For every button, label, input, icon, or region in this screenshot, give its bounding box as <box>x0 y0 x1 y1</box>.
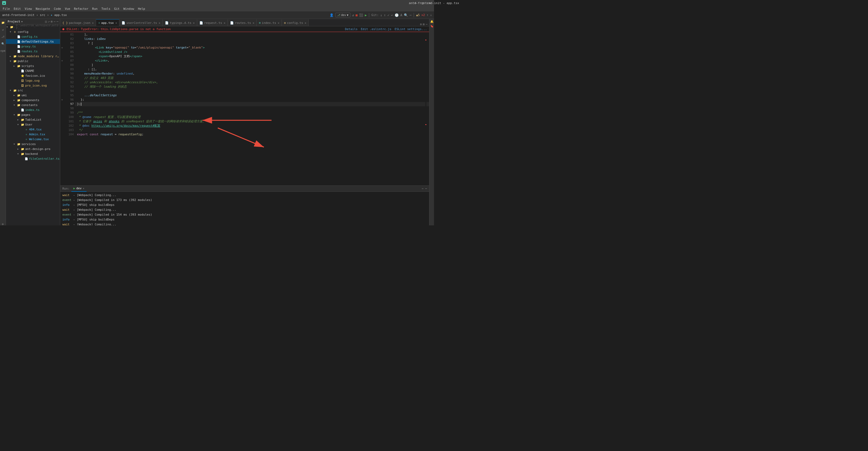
tree-item-public[interactable]: ▼ 📁 public <box>6 59 60 63</box>
run-tab-close[interactable]: ✕ <box>83 187 84 190</box>
scroll-down-icon[interactable]: ↓ <box>430 13 432 17</box>
new-file-icon[interactable]: ◫ <box>45 20 47 23</box>
tab-user-controller[interactable]: 📄 userController.ts ✕ <box>119 19 163 26</box>
activity-explorer[interactable]: 📁 <box>1 20 5 25</box>
fold-83[interactable] <box>60 41 64 45</box>
tree-item-user[interactable]: ▼ 📁 User <box>6 122 60 127</box>
close-sidebar-icon[interactable]: ─ <box>56 20 58 23</box>
error-settings-link[interactable]: ESLint settings... <box>395 27 427 31</box>
git-push-icon[interactable]: ↑ <box>384 13 386 17</box>
tab-close-index[interactable]: ✕ <box>278 22 279 24</box>
tree-item-config[interactable]: ▼ ⚙ config <box>6 29 60 34</box>
tab-index-ts[interactable]: ≡ index.ts ✕ <box>257 19 282 26</box>
tree-item-cname[interactable]: 📄 CNAME <box>6 68 60 73</box>
tree-item-proxy-ts[interactable]: 📄 proxy.ts <box>6 44 60 49</box>
tree-item-404[interactable]: ⚛ 404.tsx <box>6 127 60 132</box>
tree-item-file-controller[interactable]: 📄 fileController.ts <box>6 156 60 161</box>
code-editor[interactable]: ▼ ▼ ▼ <box>60 32 429 186</box>
fold-85[interactable] <box>60 50 64 54</box>
tree-item-scripts[interactable]: ▶ 📁 scripts <box>6 63 60 68</box>
fold-102[interactable] <box>60 124 64 128</box>
tab-close-routes[interactable]: ✕ <box>252 22 254 24</box>
user-icon[interactable]: 👤 <box>330 13 334 17</box>
tree-item-admin[interactable]: ⚛ Admin.tsx <box>6 132 60 137</box>
tree-item-routes-ts[interactable]: 📄 routes.ts <box>6 49 60 54</box>
git-history-icon[interactable]: 🕐 <box>395 13 399 17</box>
fold-94[interactable] <box>60 89 64 93</box>
fold-95[interactable] <box>60 93 64 98</box>
search-icon[interactable]: 🔍 <box>404 13 408 17</box>
tree-item-backend[interactable]: ▼ 📁 backend <box>6 151 60 156</box>
tree-item-favicon[interactable]: ⭐ favicon.ico <box>6 73 60 78</box>
fold-82[interactable] <box>60 37 64 41</box>
tab-close-app[interactable]: ✕ <box>115 22 117 24</box>
activity-branch[interactable]: ⎇ <box>1 34 5 39</box>
right-notifications-icon[interactable]: 🔔 <box>430 20 433 23</box>
tree-item-constants-index[interactable]: 📄 index.ts <box>6 107 60 112</box>
git-commit-icon[interactable]: ✓ <box>388 13 389 17</box>
tab-close-uc[interactable]: ✕ <box>159 22 160 24</box>
tree-item-ant-design-pro[interactable]: ▶ 📁 ant-design-pro <box>6 147 60 151</box>
right-bookmark-icon[interactable]: 🔖 <box>430 25 433 28</box>
error-details-link[interactable]: Details <box>345 27 358 31</box>
tab-request[interactable]: 📄 request.ts ✕ <box>197 19 228 26</box>
tab-settings-icon[interactable]: ⚙ <box>420 23 422 26</box>
run-tab-dev[interactable]: ▶ dev ✕ <box>71 186 87 192</box>
tree-item-default-settings[interactable]: 📄 defaultSettings.ts <box>6 39 60 44</box>
menu-view[interactable]: View <box>23 7 34 11</box>
activity-commit[interactable]: ↺ <box>1 27 5 32</box>
tree-item-root[interactable]: ▼ 📁 antd-frontend-init D:\webstrom_works… <box>6 24 60 29</box>
fold-98[interactable] <box>60 106 64 111</box>
scroll-up-icon[interactable]: ↑ <box>427 13 429 17</box>
fold-96[interactable]: ▼ <box>60 98 64 102</box>
fold-88[interactable] <box>60 63 64 67</box>
fold-90[interactable] <box>60 72 64 76</box>
menu-git[interactable]: Git <box>113 7 121 11</box>
tree-item-node-modules[interactable]: ▶ 📁 node_modules library root <box>6 54 60 59</box>
tab-close-package[interactable]: ✕ <box>92 22 94 24</box>
fold-92[interactable] <box>60 80 64 85</box>
build-icon[interactable]: ⬛ <box>359 13 363 17</box>
tree-item-pages[interactable]: ▼ 📁 pages <box>6 112 60 117</box>
tree-item-umi[interactable]: ▶ 📁 umi <box>6 93 60 98</box>
branch-button[interactable]: ⎇ dev ▼ <box>335 13 350 18</box>
tree-item-constants[interactable]: ▼ 📁 constants <box>6 102 60 107</box>
activity-search[interactable]: 🔍 <box>1 41 5 46</box>
tab-split-icon[interactable]: ⊞ <box>423 23 425 26</box>
tree-item-services[interactable]: ▼ 📁 services <box>6 141 60 147</box>
more-icon[interactable]: ⋯ <box>410 13 411 17</box>
tree-item-logo-svg[interactable]: 🖼 logo.svg <box>6 78 60 83</box>
menu-code[interactable]: Code <box>52 7 63 11</box>
collapse-icon[interactable]: ⊞ <box>51 20 53 23</box>
menu-file[interactable]: File <box>1 7 12 11</box>
tab-package-json[interactable]: { } package.json ✕ <box>60 19 96 26</box>
menu-edit[interactable]: Edit <box>12 7 23 11</box>
stop-icon[interactable]: ■ <box>355 13 358 17</box>
tab-close-typings[interactable]: ✕ <box>193 22 195 24</box>
fold-84[interactable]: ▼ <box>60 45 64 50</box>
fold-86[interactable] <box>60 54 64 59</box>
fold-97[interactable] <box>60 102 64 106</box>
fold-103[interactable] <box>60 128 64 132</box>
activity-settings[interactable]: ⚙ <box>1 222 5 225</box>
fold-89[interactable] <box>60 67 64 72</box>
menu-help[interactable]: Help <box>136 7 147 11</box>
run-minimize-icon[interactable]: ─ <box>425 187 427 190</box>
run-settings-icon[interactable]: ⋯ <box>422 187 424 190</box>
tab-app-tsx[interactable]: ⚛ app.tsx ✕ <box>96 19 119 26</box>
sidebar-dropdown-icon[interactable]: ▼ <box>21 20 23 23</box>
tree-item-welcome[interactable]: ⚛ Welcome.tsx <box>6 137 60 141</box>
code-content[interactable]: ], links: isDev ? [ <Link key="openapi" … <box>75 32 429 186</box>
fold-81[interactable] <box>60 33 64 37</box>
fold-91[interactable] <box>60 76 64 80</box>
git-pull-icon[interactable]: ↓ <box>380 13 382 17</box>
fold-101[interactable] <box>60 119 64 124</box>
more-options-icon[interactable]: ⋯ <box>54 20 56 23</box>
expand-icon[interactable]: ↗ <box>48 20 50 23</box>
menu-refactor[interactable]: Refactor <box>72 7 90 11</box>
tab-typings[interactable]: 📄 typings.d.ts ✕ <box>163 19 197 26</box>
git-rollback-icon[interactable]: ↩ <box>391 13 393 17</box>
fold-93[interactable] <box>60 85 64 89</box>
error-edit-link[interactable]: Edit .eslintrc.js <box>361 27 392 31</box>
menu-navigate[interactable]: Navigate <box>34 7 52 11</box>
